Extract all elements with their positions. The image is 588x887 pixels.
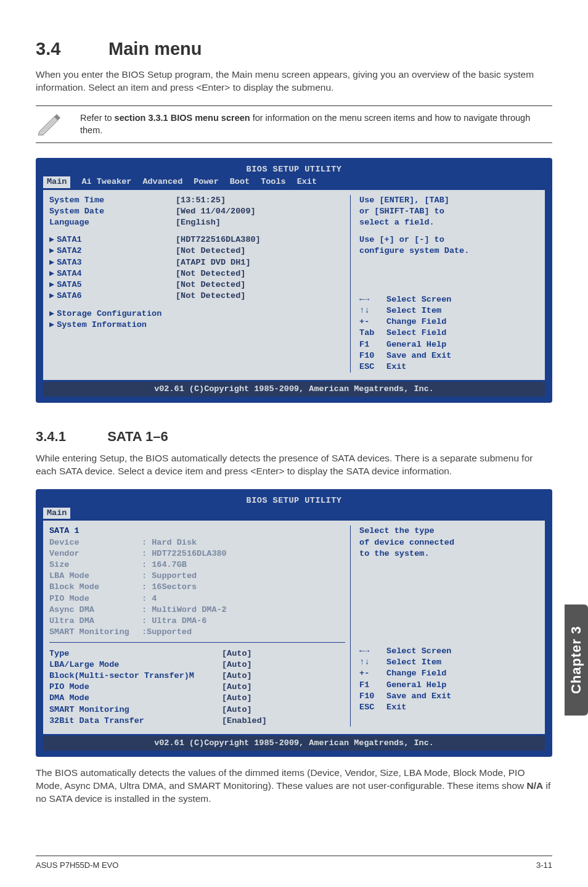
triangle-right-icon: ▶	[49, 280, 54, 289]
nav-hint: ESCExit	[359, 361, 539, 373]
label: SATA4	[57, 269, 82, 278]
tab-main[interactable]: Main	[43, 508, 70, 519]
subsection-number: 3.4.1	[36, 427, 104, 446]
row-system-time[interactable]: System Time[13:51:25]	[49, 195, 345, 206]
nav-hint: ESCExit	[359, 702, 539, 713]
row-sata2[interactable]: ▶SATA2[Not Detected]	[49, 245, 345, 257]
row-language[interactable]: Language[English]	[49, 217, 345, 228]
note-text: Refer to section 3.3.1 BIOS menu screen …	[80, 112, 552, 136]
row-storage-config[interactable]: ▶Storage Configuration	[49, 308, 345, 320]
chapter-side-tab: Chapter 3	[565, 604, 588, 716]
cfg-row-smart[interactable]: SMART Monitoring[Auto]	[49, 704, 345, 716]
bios-panel-sata: BIOS SETUP UTILITY Main SATA 1 Device: H…	[36, 489, 552, 757]
bios-title: BIOS SETUP UTILITY	[43, 164, 545, 175]
row-sata3[interactable]: ▶SATA3[ATAPI DVD DH1]	[49, 257, 345, 268]
nav-hint: ↑↓Select Item	[359, 305, 539, 316]
bios-copyright: v02.61 (C)Copyright 1985-2009, American …	[43, 736, 545, 751]
help-text-line: Use [ENTER], [TAB]	[359, 195, 539, 206]
value: [Wed 11/04/2009]	[176, 206, 256, 217]
label: Language	[49, 217, 176, 228]
bios-copyright: v02.61 (C)Copyright 1985-2009, American …	[43, 382, 545, 397]
label: System Date	[49, 206, 176, 217]
bios-tabs: Main	[43, 508, 545, 519]
help-text-line: of device connected	[359, 537, 539, 548]
tab-power[interactable]: Power	[194, 176, 219, 188]
dim-row: Async DMA: MultiWord DMA-2	[49, 604, 345, 616]
row-system-info[interactable]: ▶System Information	[49, 320, 345, 331]
value: [ATAPI DVD DH1]	[176, 257, 251, 268]
help-text-line: configure system Date.	[359, 245, 539, 257]
triangle-right-icon: ▶	[49, 308, 54, 320]
tab-main[interactable]: Main	[43, 176, 70, 188]
tab-boot[interactable]: Boot	[230, 176, 250, 188]
nav-hint: TabSelect Field	[359, 328, 539, 339]
tab-tools[interactable]: Tools	[261, 176, 286, 188]
bios-panel-main: BIOS SETUP UTILITY Main Ai Tweaker Advan…	[36, 158, 552, 403]
subsection-title: SATA 1–6	[107, 429, 168, 444]
intro-paragraph: When you enter the BIOS Setup program, t…	[36, 68, 552, 94]
dim-row: LBA Mode: Supported	[49, 571, 345, 582]
help-text-line: to the system.	[359, 548, 539, 559]
sata-intro: While entering Setup, the BIOS automatic…	[36, 452, 552, 478]
help-text-line: select a field.	[359, 217, 539, 228]
nav-hint: +-Change Field	[359, 316, 539, 328]
dim-row: SMART Monitoring:Supported	[49, 627, 345, 638]
label: System Information	[57, 320, 183, 331]
cfg-row-dma[interactable]: DMA Mode[Auto]	[49, 693, 345, 704]
triangle-right-icon: ▶	[49, 269, 54, 278]
cfg-row-pio[interactable]: PIO Mode[Auto]	[49, 682, 345, 693]
sata-heading: SATA 1	[49, 526, 176, 537]
dim-row: Block Mode: 16Sectors	[49, 582, 345, 593]
cfg-row-32bit[interactable]: 32Bit Data Transfer[Enabled]	[49, 716, 345, 727]
footer-right: 3-11	[536, 860, 552, 871]
note-block: Refer to section 3.3.1 BIOS menu screen …	[36, 105, 552, 143]
nav-hint: F10Save and Exit	[359, 691, 539, 702]
section-heading: 3.4 Main menu	[36, 37, 552, 61]
cfg-row-type[interactable]: Type[Auto]	[49, 648, 345, 659]
row-sata1[interactable]: ▶SATA1[HDT722516DLA380]	[49, 234, 345, 245]
cfg-row-block[interactable]: Block(Multi-sector Transfer)M[Auto]	[49, 670, 345, 682]
row-sata5[interactable]: ▶SATA5[Not Detected]	[49, 279, 345, 291]
dim-row: Ultra DMA: Ultra DMA-6	[49, 616, 345, 627]
label: SATA6	[57, 291, 82, 300]
dim-row: Size: 164.7GB	[49, 559, 345, 571]
row-sata4[interactable]: ▶SATA4[Not Detected]	[49, 268, 345, 279]
cfg-row-lba[interactable]: LBA/Large Mode[Auto]	[49, 659, 345, 670]
label: SATA5	[57, 280, 82, 289]
triangle-right-icon: ▶	[49, 291, 54, 300]
triangle-right-icon: ▶	[49, 246, 54, 255]
nav-hint: F10Save and Exit	[359, 350, 539, 361]
footer-left: ASUS P7H55D-M EVO	[36, 860, 118, 871]
nav-hint: ←→Select Screen	[359, 646, 539, 657]
note-bold: section 3.3.1 BIOS menu screen	[115, 113, 250, 123]
value: [Not Detected]	[176, 245, 245, 257]
label: System Time	[49, 195, 176, 206]
tab-exit[interactable]: Exit	[297, 176, 317, 188]
bios-title: BIOS SETUP UTILITY	[43, 495, 545, 506]
outro-text1: The BIOS automatically detects the value…	[36, 767, 527, 791]
value: [Not Detected]	[176, 268, 245, 279]
label: SATA3	[57, 258, 82, 267]
subsection-heading: 3.4.1 SATA 1–6	[36, 427, 552, 446]
triangle-right-icon: ▶	[49, 235, 54, 244]
row-sata6[interactable]: ▶SATA6[Not Detected]	[49, 291, 345, 302]
dim-row: PIO Mode: 4	[49, 593, 345, 604]
nav-hint: ←→Select Screen	[359, 294, 539, 305]
nav-hint: F1General Help	[359, 680, 539, 691]
section-title: Main menu	[108, 39, 202, 59]
tab-advanced[interactable]: Advanced	[142, 176, 182, 188]
triangle-right-icon: ▶	[49, 258, 54, 267]
value: [13:51:25]	[176, 195, 226, 206]
note-prefix: Refer to	[80, 113, 115, 123]
row-system-date[interactable]: System Date[Wed 11/04/2009]	[49, 206, 345, 217]
nav-hint: F1General Help	[359, 339, 539, 350]
help-text-line: Select the type	[359, 526, 539, 537]
outro-bold: N/A	[527, 780, 544, 791]
dim-row: Device: Hard Disk	[49, 537, 345, 548]
help-text-line: or [SHIFT-TAB] to	[359, 206, 539, 217]
help-text-line: Use [+] or [-] to	[359, 234, 539, 245]
label: Storage Configuration	[57, 308, 183, 320]
nav-hint: +-Change Field	[359, 668, 539, 679]
value: [English]	[176, 217, 221, 228]
tab-ai-tweaker[interactable]: Ai Tweaker	[81, 176, 131, 188]
